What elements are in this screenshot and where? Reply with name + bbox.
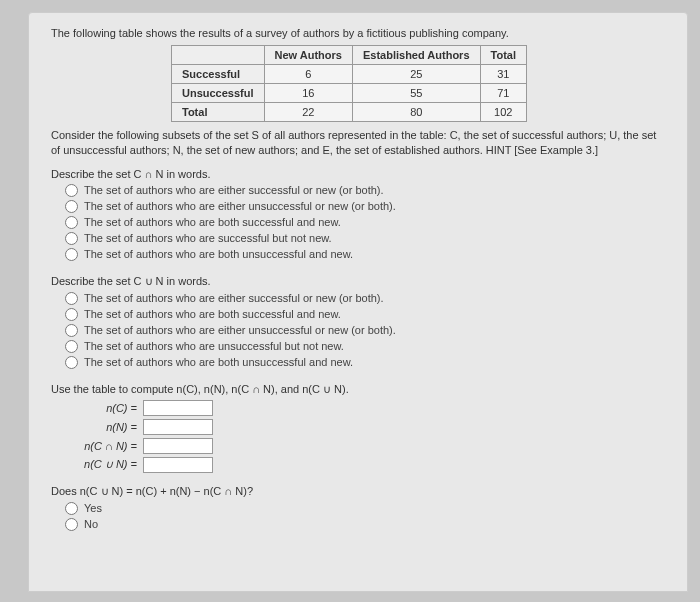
radio-input[interactable] (65, 356, 78, 369)
table-row: Successful 6 25 31 (172, 65, 527, 84)
table-row: Unsuccessful 16 55 71 (172, 84, 527, 103)
cell: 55 (352, 84, 480, 103)
q1-options: The set of authors who are either succes… (51, 184, 665, 261)
compute-label-ncupn: n(C ∪ N) = (75, 458, 137, 471)
ncapn-input[interactable] (143, 438, 213, 454)
q2-label: Describe the set C ∪ N in words. (51, 275, 665, 288)
compute-row: n(C ∩ N) = (75, 438, 665, 454)
table-row: Total 22 80 102 (172, 103, 527, 122)
cell: 6 (264, 65, 352, 84)
opt-label: The set of authors who are either succes… (84, 184, 384, 196)
radio-input[interactable] (65, 324, 78, 337)
cell: 31 (480, 65, 526, 84)
opt-label: The set of authors who are either succes… (84, 292, 384, 304)
q2-block: Describe the set C ∪ N in words. The set… (51, 275, 665, 369)
cell: 102 (480, 103, 526, 122)
cell: 16 (264, 84, 352, 103)
row-hdr: Successful (172, 65, 265, 84)
q1-opt[interactable]: The set of authors who are either unsucc… (65, 200, 665, 213)
q1-label: Describe the set C ∩ N in words. (51, 168, 665, 180)
cell: 25 (352, 65, 480, 84)
radio-input[interactable] (65, 340, 78, 353)
ncupn-input[interactable] (143, 457, 213, 473)
opt-label: Yes (84, 502, 102, 514)
question-card: The following table shows the results of… (28, 12, 688, 592)
table-corner (172, 46, 265, 65)
table-col-new: New Authors (264, 46, 352, 65)
q2-opt[interactable]: The set of authors who are both unsucces… (65, 356, 665, 369)
nn-input[interactable] (143, 419, 213, 435)
opt-label: The set of authors who are either unsucc… (84, 324, 396, 336)
q2-opt[interactable]: The set of authors who are both successf… (65, 308, 665, 321)
opt-label: The set of authors who are both unsucces… (84, 248, 353, 260)
final-question: Does n(C ∪ N) = n(C) + n(N) − n(C ∩ N)? … (51, 485, 665, 531)
opt-label: The set of authors who are both successf… (84, 216, 341, 228)
q1-block: Describe the set C ∩ N in words. The set… (51, 168, 665, 261)
final-options: Yes No (51, 502, 665, 531)
opt-label: The set of authors who are either unsucc… (84, 200, 396, 212)
compute-block: Use the table to compute n(C), n(N), n(C… (51, 383, 665, 473)
q1-opt[interactable]: The set of authors who are successful bu… (65, 232, 665, 245)
data-table: New Authors Established Authors Total Su… (171, 45, 527, 122)
cell: 80 (352, 103, 480, 122)
compute-row: n(N) = (75, 419, 665, 435)
cell: 22 (264, 103, 352, 122)
final-no-opt[interactable]: No (65, 518, 665, 531)
q1-opt[interactable]: The set of authors who are both unsucces… (65, 248, 665, 261)
q2-opt[interactable]: The set of authors who are either unsucc… (65, 324, 665, 337)
cell: 71 (480, 84, 526, 103)
compute-label-nn: n(N) = (75, 421, 137, 433)
final-yes-opt[interactable]: Yes (65, 502, 665, 515)
opt-label: The set of authors who are successful bu… (84, 232, 332, 244)
compute-label: Use the table to compute n(C), n(N), n(C… (51, 383, 665, 396)
radio-input[interactable] (65, 518, 78, 531)
radio-input[interactable] (65, 248, 78, 261)
radio-input[interactable] (65, 216, 78, 229)
radio-input[interactable] (65, 200, 78, 213)
compute-row: n(C) = (75, 400, 665, 416)
row-hdr: Total (172, 103, 265, 122)
consider-text: Consider the following subsets of the se… (51, 128, 665, 158)
radio-input[interactable] (65, 308, 78, 321)
radio-input[interactable] (65, 502, 78, 515)
opt-label: The set of authors who are both unsucces… (84, 356, 353, 368)
opt-label: The set of authors who are both successf… (84, 308, 341, 320)
opt-label: The set of authors who are unsuccessful … (84, 340, 344, 352)
nc-input[interactable] (143, 400, 213, 416)
radio-input[interactable] (65, 184, 78, 197)
final-label: Does n(C ∪ N) = n(C) + n(N) − n(C ∩ N)? (51, 485, 665, 498)
radio-input[interactable] (65, 232, 78, 245)
q2-options: The set of authors who are either succes… (51, 292, 665, 369)
q1-opt[interactable]: The set of authors who are either succes… (65, 184, 665, 197)
table-col-established: Established Authors (352, 46, 480, 65)
row-hdr: Unsuccessful (172, 84, 265, 103)
compute-label-ncapn: n(C ∩ N) = (75, 440, 137, 452)
opt-label: No (84, 518, 98, 530)
compute-row: n(C ∪ N) = (75, 457, 665, 473)
compute-label-nc: n(C) = (75, 402, 137, 414)
q1-opt[interactable]: The set of authors who are both successf… (65, 216, 665, 229)
intro-text: The following table shows the results of… (51, 27, 665, 39)
table-col-total: Total (480, 46, 526, 65)
q2-opt[interactable]: The set of authors who are either succes… (65, 292, 665, 305)
radio-input[interactable] (65, 292, 78, 305)
q2-opt[interactable]: The set of authors who are unsuccessful … (65, 340, 665, 353)
compute-rows: n(C) = n(N) = n(C ∩ N) = n(C ∪ N) = (51, 400, 665, 473)
